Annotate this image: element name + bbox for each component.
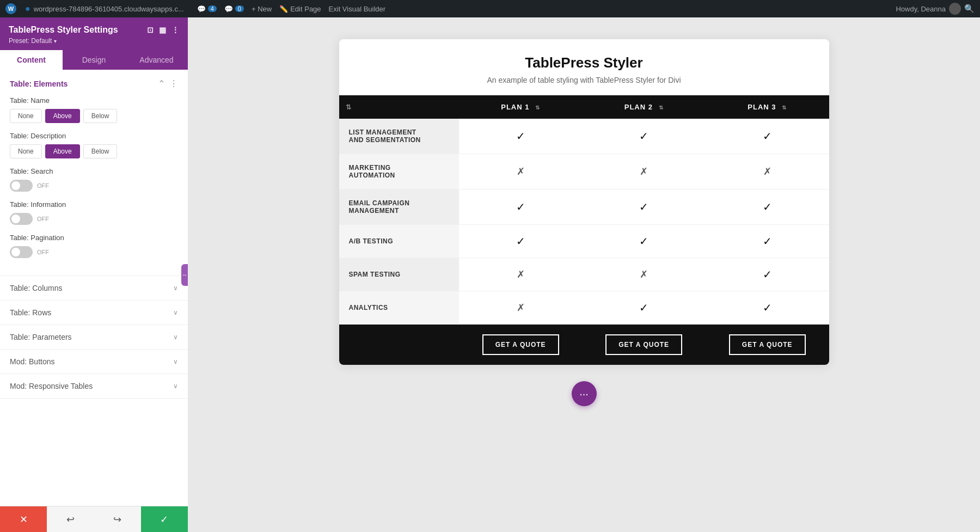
undo-icon: ↩ [66,513,75,525]
table-pagination-toggle[interactable] [10,246,33,258]
table-main-title: TablePress Styler [350,54,818,71]
x-icon: ✗ [517,166,525,177]
check-icon: ✓ [763,130,772,142]
tab-advanced[interactable]: Advanced [125,50,188,70]
table-name-none[interactable]: None [10,109,42,123]
redo-button[interactable]: ↪ [94,506,141,532]
exit-builder-label: Exit Visual Builder [329,5,386,13]
quote-button-plan1[interactable]: GET A QUOTE [482,334,559,355]
table-rows-section[interactable]: Table: Rows ∨ [0,301,188,325]
notification-count: 0 [235,5,244,12]
plan1-cell: ✗ [459,291,583,325]
site-url-text[interactable]: wordpress-784896-3610405.cloudwaysapps.c… [34,5,184,13]
sort-icon-plan1[interactable]: ⇅ [535,105,540,111]
edit-page-button[interactable]: ✏️ Edit Page [279,5,321,13]
sidebar-content: Table: Elements ⌃ ⋮ Table: Name None Abo… [0,70,188,506]
table-search-field: Table: Search OFF [10,167,178,192]
plan2-cell: ✓ [582,225,706,258]
table-description-label: Table: Description [10,132,178,140]
section-collapse-icon[interactable]: ⌃ [158,78,165,89]
table-columns-section[interactable]: Table: Columns ∨ [0,276,188,301]
sidebar-copy-icon[interactable]: ⊡ [147,26,154,34]
table-description-above[interactable]: Above [45,144,80,158]
feature-cell: A/B TESTING [339,225,459,258]
elements-section-title: Table: Elements [10,80,68,88]
table-information-toggle[interactable] [10,213,33,225]
sort-icon-plan2[interactable]: ⇅ [659,105,664,111]
sort-icon-feature[interactable]: ⇅ [346,103,352,111]
comment-count: 4 [208,5,217,12]
plan2-cell: ✗ [582,154,706,189]
sidebar-layout-icon[interactable]: ▦ [159,26,166,34]
plan2-cell: ✓ [582,291,706,325]
sidebar: TablePress Styler Settings ⊡ ▦ ⋮ Preset:… [0,17,188,532]
sidebar-more-icon[interactable]: ⋮ [171,26,179,34]
sidebar-title-text: TablePress Styler Settings [9,25,118,35]
elements-section-header: Table: Elements ⌃ ⋮ [10,78,178,89]
check-icon: ✓ [639,302,648,314]
table-parameters-chevron: ∨ [173,333,178,341]
table-subtitle: An example of table styling with TablePr… [350,76,818,84]
table-name-above[interactable]: Above [45,109,80,123]
check-icon: ✓ [763,302,772,314]
site-url: ● wordpress-784896-3610405.cloudwaysapps… [25,4,184,14]
tab-content[interactable]: Content [0,50,63,70]
quote-button-plan2[interactable]: GET A QUOTE [605,334,682,355]
table-name-below[interactable]: Below [83,109,118,123]
fab-button[interactable]: ··· [572,381,597,406]
feature-cell: LIST MANAGEMENTAND SEGMENTATION [339,119,459,154]
tab-design[interactable]: Design [63,50,125,70]
plan3-cell: ✓ [706,258,829,291]
user-howdy: Howdy, Deanna 🔍 [896,3,975,15]
section-more-icon[interactable]: ⋮ [169,78,178,89]
table-parameters-section[interactable]: Table: Parameters ∨ [0,325,188,350]
plan1-cell: ✓ [459,225,583,258]
undo-button[interactable]: ↩ [47,506,94,532]
table-pagination-toggle-row: OFF [10,246,178,258]
x-icon: ✗ [763,166,771,177]
comment-icon: 💬 [197,5,206,13]
table-description-none[interactable]: None [10,144,42,158]
new-content-button[interactable]: + New [252,5,272,13]
plan3-cell: ✓ [706,225,829,258]
table-pagination-state: OFF [37,249,49,255]
comment-count-item[interactable]: 💬 4 [197,5,217,13]
sort-icon-plan3[interactable]: ⇅ [782,105,787,111]
table-description-below[interactable]: Below [83,144,118,158]
check-icon: ✓ [763,201,772,213]
preset-text: Preset: Default [9,37,52,45]
admin-bar-items: 💬 4 💬 0 + New ✏️ Edit Page Exit Visual B… [197,5,385,13]
sidebar-preset[interactable]: Preset: Default ▾ [9,37,179,45]
feature-cell: MARKETINGAUTOMATION [339,154,459,189]
col-header-plan3: PLAN 3 ⇅ [706,95,829,119]
x-icon: ✗ [640,166,648,177]
search-icon[interactable]: 🔍 [964,4,975,14]
preset-dropdown-icon: ▾ [54,38,57,44]
check-icon: ✓ [639,235,648,247]
mod-responsive-section[interactable]: Mod: Responsive Tables ∨ [0,374,188,399]
x-icon: ✗ [640,269,648,280]
save-button[interactable]: ✓ [141,506,188,532]
feature-cell: SPAM TESTING [339,258,459,291]
resize-handle[interactable] [181,264,188,286]
mod-responsive-chevron: ∨ [173,382,178,390]
quote-button-plan3[interactable]: GET A QUOTE [729,334,806,355]
sidebar-title-row: TablePress Styler Settings ⊡ ▦ ⋮ [9,25,179,35]
table-information-toggle-row: OFF [10,213,178,225]
mod-responsive-title: Mod: Responsive Tables [10,382,93,390]
plan3-label: PLAN 3 [748,103,776,111]
close-button[interactable]: ✕ [0,506,47,532]
mod-buttons-section[interactable]: Mod: Buttons ∨ [0,350,188,374]
table-row: SPAM TESTING ✗ ✗ ✓ [339,258,829,291]
notification-item[interactable]: 💬 0 [224,5,244,13]
table-search-toggle[interactable] [10,180,33,192]
plan1-cell: ✓ [459,119,583,154]
exit-builder-button[interactable]: Exit Visual Builder [329,5,386,13]
fab-icon: ··· [579,388,589,400]
plan2-cell: ✓ [582,119,706,154]
table-pagination-label: Table: Pagination [10,234,178,242]
table-search-label: Table: Search [10,167,178,175]
footer-plan2-cell: GET A QUOTE [582,325,706,365]
user-avatar[interactable] [949,3,961,15]
wp-logo-icon[interactable]: W [5,3,16,14]
